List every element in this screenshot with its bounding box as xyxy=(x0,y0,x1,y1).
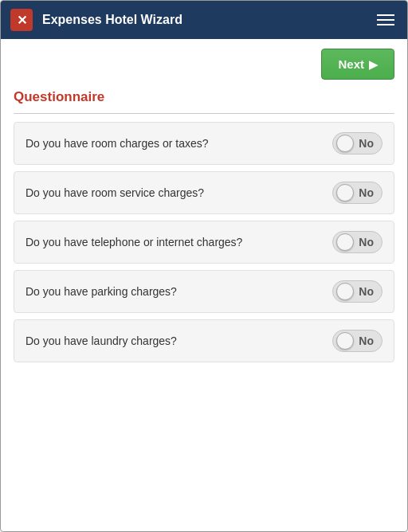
question-text-room-service: Do you have room service charges? xyxy=(26,186,204,199)
toggle-circle-room-charges xyxy=(336,135,354,152)
toggle-circle-laundry xyxy=(336,332,354,350)
question-row-laundry: Do you have laundry charges?No xyxy=(14,319,394,362)
next-button[interactable]: Next ▶ xyxy=(321,49,394,80)
question-row-room-charges: Do you have room charges or taxes?No xyxy=(14,122,394,165)
toolbar: Next ▶ xyxy=(14,49,394,80)
toggle-label-room-service: No xyxy=(359,186,374,199)
toggle-label-room-charges: No xyxy=(359,137,374,150)
section-title: Questionnaire xyxy=(14,89,394,105)
question-text-room-charges: Do you have room charges or taxes? xyxy=(26,137,209,150)
toggle-room-charges[interactable]: No xyxy=(332,132,382,155)
close-icon: ✕ xyxy=(17,13,27,28)
question-text-laundry: Do you have laundry charges? xyxy=(26,334,177,347)
toggle-circle-telephone-internet xyxy=(336,233,354,251)
questions-list: Do you have room charges or taxes?NoDo y… xyxy=(14,122,394,362)
question-row-parking: Do you have parking charges?No xyxy=(14,270,394,313)
content-area: Next ▶ Questionnaire Do you have room ch… xyxy=(1,39,407,531)
close-button[interactable]: ✕ xyxy=(10,9,33,31)
toggle-parking[interactable]: No xyxy=(332,280,382,303)
titlebar: ✕ Expenses Hotel Wizard xyxy=(1,1,407,39)
toggle-label-telephone-internet: No xyxy=(359,236,374,248)
main-window: ✕ Expenses Hotel Wizard Next ▶ Questionn… xyxy=(0,0,408,532)
next-label: Next xyxy=(338,57,364,71)
window-title: Expenses Hotel Wizard xyxy=(42,13,374,27)
next-arrow-icon: ▶ xyxy=(369,58,378,71)
divider xyxy=(14,113,394,114)
question-row-telephone-internet: Do you have telephone or internet charge… xyxy=(14,221,394,264)
toggle-circle-room-service xyxy=(336,184,354,201)
question-row-room-service: Do you have room service charges?No xyxy=(14,171,394,214)
toggle-laundry[interactable]: No xyxy=(332,330,382,352)
question-text-telephone-internet: Do you have telephone or internet charge… xyxy=(26,236,242,248)
toggle-room-service[interactable]: No xyxy=(332,182,382,204)
toggle-label-parking: No xyxy=(359,285,374,298)
toggle-circle-parking xyxy=(336,283,354,300)
toggle-telephone-internet[interactable]: No xyxy=(332,231,382,253)
menu-button[interactable] xyxy=(374,11,398,29)
toggle-label-laundry: No xyxy=(359,334,374,347)
question-text-parking: Do you have parking charges? xyxy=(26,285,177,298)
